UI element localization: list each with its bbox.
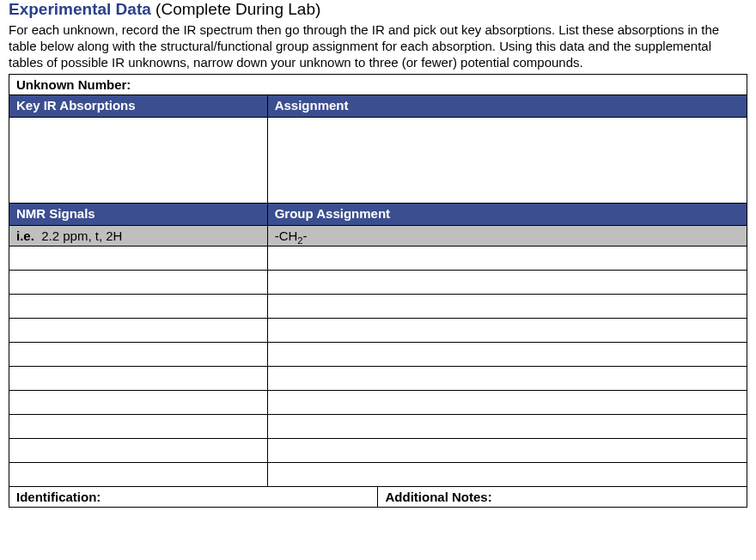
nmr-row bbox=[9, 343, 747, 367]
nmr-assignment-cell[interactable] bbox=[267, 439, 747, 463]
nmr-assignment-cell[interactable] bbox=[267, 295, 747, 319]
heading-subtitle: (Complete During Lab) bbox=[155, 0, 320, 18]
nmr-assignment-cell[interactable] bbox=[267, 247, 747, 271]
experimental-data-table: Unknown Number: Key IR Absorptions Assig… bbox=[9, 74, 747, 508]
nmr-row bbox=[9, 295, 747, 319]
nmr-row bbox=[9, 367, 747, 391]
nmr-assignment-cell[interactable] bbox=[267, 463, 747, 487]
nmr-signal-cell[interactable] bbox=[9, 415, 268, 439]
nmr-signal-cell[interactable] bbox=[9, 319, 268, 343]
section-heading: Experimental Data (Complete During Lab) bbox=[9, 0, 747, 20]
nmr-row bbox=[9, 271, 747, 295]
example-signal-text: 2.2 ppm, t, 2H bbox=[41, 228, 122, 243]
nmr-example-row: i.e. 2.2 ppm, t, 2H -CH2- bbox=[9, 226, 747, 247]
nmr-assignment-cell[interactable] bbox=[267, 271, 747, 295]
nmr-assignment-cell[interactable] bbox=[267, 391, 747, 415]
nmr-row bbox=[9, 247, 747, 271]
nmr-signal-cell[interactable] bbox=[9, 367, 268, 391]
nmr-assignment-cell[interactable] bbox=[267, 343, 747, 367]
nmr-row bbox=[9, 415, 747, 439]
nmr-signal-cell[interactable] bbox=[9, 391, 268, 415]
ir-assignment-cell[interactable] bbox=[267, 118, 747, 204]
ir-absorptions-cell[interactable] bbox=[9, 118, 268, 204]
nmr-signal-cell[interactable] bbox=[9, 463, 268, 487]
example-prefix: i.e. bbox=[16, 228, 34, 243]
nmr-example-signal: i.e. 2.2 ppm, t, 2H bbox=[9, 226, 268, 247]
additional-notes-cell[interactable]: Additional Notes: bbox=[378, 487, 747, 508]
nmr-row bbox=[9, 319, 747, 343]
ir-header-right: Assignment bbox=[267, 95, 747, 118]
nmr-signal-cell[interactable] bbox=[9, 439, 268, 463]
nmr-assignment-cell[interactable] bbox=[267, 367, 747, 391]
identification-row: Identification: Additional Notes: bbox=[9, 487, 747, 508]
nmr-row bbox=[9, 391, 747, 415]
nmr-signal-cell[interactable] bbox=[9, 295, 268, 319]
nmr-assignment-cell[interactable] bbox=[267, 415, 747, 439]
nmr-row bbox=[9, 463, 747, 487]
unknown-number-cell[interactable]: Unknown Number: bbox=[9, 75, 747, 95]
nmr-signal-cell[interactable] bbox=[9, 343, 268, 367]
ir-header-left: Key IR Absorptions bbox=[9, 95, 268, 118]
nmr-example-assignment: -CH2- bbox=[267, 226, 747, 247]
nmr-header-right: Group Assignment bbox=[267, 204, 747, 226]
identification-cell[interactable]: Identification: bbox=[9, 487, 378, 508]
nmr-row bbox=[9, 439, 747, 463]
nmr-signal-cell[interactable] bbox=[9, 247, 268, 271]
ir-data-row bbox=[9, 118, 747, 204]
nmr-header-row: NMR Signals Group Assignment bbox=[9, 204, 747, 226]
unknown-number-row: Unknown Number: bbox=[9, 75, 747, 95]
heading-title: Experimental Data bbox=[9, 0, 151, 18]
nmr-signal-cell[interactable] bbox=[9, 271, 268, 295]
nmr-header-left: NMR Signals bbox=[9, 204, 268, 226]
intro-paragraph: For each unknown, record the IR spectrum… bbox=[9, 21, 747, 71]
nmr-assignment-cell[interactable] bbox=[267, 319, 747, 343]
ir-header-row: Key IR Absorptions Assignment bbox=[9, 95, 747, 118]
